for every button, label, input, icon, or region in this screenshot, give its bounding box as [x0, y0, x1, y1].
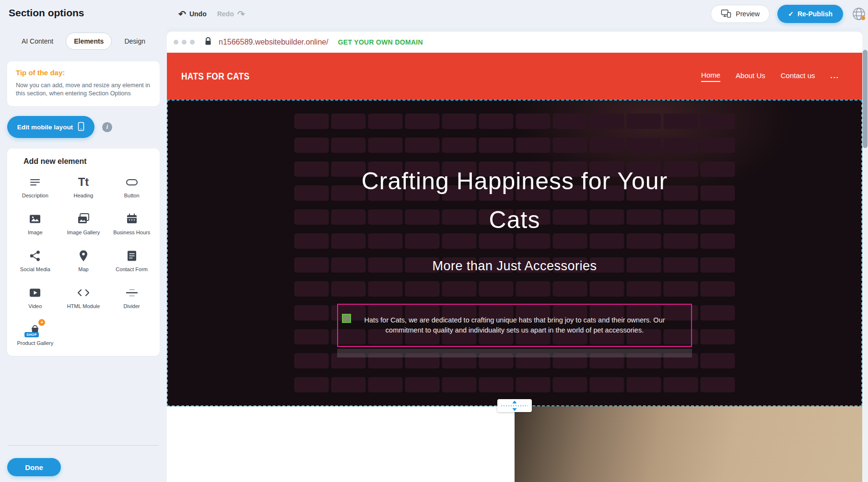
selected-text-element[interactable]: Hats for Cats, we are dedicated to craft… — [337, 304, 692, 347]
tab-design[interactable]: Design — [117, 33, 153, 49]
get-your-own-domain-link[interactable]: GET YOUR OWN DOMAIN — [338, 38, 423, 46]
hero-subheading[interactable]: More than Just Accessories — [168, 259, 861, 274]
element-item-social-media[interactable]: Social Media — [11, 248, 59, 273]
topbar-actions: Preview ✓ Re-Publish — [711, 0, 868, 28]
element-item-description[interactable]: Description — [11, 174, 59, 199]
lock-icon — [204, 37, 212, 47]
tab-ai-content[interactable]: AI Content — [14, 33, 61, 49]
language-globe-button[interactable] — [851, 6, 867, 22]
site-logo: HATS FOR CATS — [181, 70, 249, 82]
heading-icon: Tt — [76, 174, 91, 190]
edit-mobile-label: Edit mobile layout — [17, 124, 73, 131]
undo-label: Undo — [189, 10, 207, 18]
republish-label: Re-Publish — [798, 10, 833, 18]
resize-arrows-icon — [500, 400, 529, 412]
nav-home[interactable]: Home — [701, 71, 720, 82]
topbar: Section options ↶ Undo Redo ↷ — [0, 0, 868, 28]
site-preview: n1566589.websitebuilder.online/ GET YOUR… — [167, 32, 862, 482]
history-controls: ↶ Undo Redo ↷ — [178, 0, 245, 28]
hero-section-selected[interactable]: Crafting Happiness for Your Cats More th… — [167, 100, 862, 406]
edit-mobile-row: Edit mobile layout i — [7, 116, 160, 138]
html-module-icon — [76, 285, 91, 300]
element-item-image[interactable]: Image — [11, 211, 59, 236]
next-section-image — [515, 406, 862, 482]
app: Section options ↶ Undo Redo ↷ — [0, 0, 868, 482]
product-gallery-icon: SHOP + — [27, 322, 43, 337]
sidebar-tabs: AI Content Elements Design — [7, 33, 160, 50]
hidden-element-placeholder — [337, 349, 692, 357]
next-section-white — [167, 406, 515, 482]
plus-badge: + — [38, 319, 45, 326]
sidebar: AI Content Elements Design Tip of the da… — [0, 28, 167, 482]
tip-title: Tip of the day: — [16, 69, 151, 77]
site-nav: Home About Us Contact us ... — [701, 71, 839, 82]
tab-elements[interactable]: Elements — [66, 33, 112, 50]
check-icon: ✓ — [788, 10, 794, 18]
element-item-button[interactable]: Button — [107, 174, 156, 199]
element-item-html-module[interactable]: HTML Module — [59, 285, 108, 310]
section-resize-handle[interactable] — [497, 399, 532, 412]
social-media-icon — [27, 248, 43, 264]
nav-about-us[interactable]: About Us — [736, 71, 765, 81]
element-item-video[interactable]: Video — [11, 285, 59, 310]
element-item-business-hours[interactable]: Business Hours — [107, 211, 156, 236]
nav-contact-us[interactable]: Contact us — [781, 71, 815, 81]
resize-handle[interactable] — [342, 314, 351, 323]
shop-badge: SHOP — [24, 332, 38, 337]
editor-canvas: n1566589.websitebuilder.online/ GET YOUR… — [167, 28, 868, 482]
site-header[interactable]: HATS FOR CATS Home About Us Contact us .… — [167, 53, 862, 100]
phone-icon — [78, 122, 84, 133]
scrollbar-thumb[interactable] — [863, 50, 868, 148]
undo-icon: ↶ — [178, 10, 186, 19]
browser-bar: n1566589.websitebuilder.online/ GET YOUR… — [167, 32, 862, 53]
add-element-title: Add new element — [23, 157, 156, 166]
video-icon — [27, 285, 43, 300]
element-item-product-gallery[interactable]: SHOP + Product Gallery — [11, 322, 59, 346]
site-url: n1566589.websitebuilder.online/ — [219, 38, 328, 46]
map-icon — [76, 248, 91, 264]
description-icon — [27, 174, 43, 190]
preview-button[interactable]: Preview — [711, 5, 770, 23]
element-item-contact-form[interactable]: Contact Form — [107, 248, 156, 273]
nav-more-menu[interactable]: ... — [830, 71, 839, 81]
divider-icon — [124, 285, 140, 300]
add-new-element-panel: Add new element Description Tt Heading — [7, 149, 160, 356]
element-item-divider[interactable]: Divider — [107, 285, 156, 310]
image-gallery-icon — [76, 211, 91, 227]
done-button[interactable]: Done — [7, 458, 61, 476]
image-icon — [27, 211, 43, 227]
button-icon — [124, 174, 140, 190]
canvas-scrollbar — [862, 28, 868, 482]
redo-button[interactable]: Redo ↷ — [217, 10, 245, 19]
redo-label: Redo — [217, 10, 234, 18]
redo-icon: ↷ — [237, 10, 245, 19]
sidebar-divider — [8, 445, 159, 446]
element-grid: Description Tt Heading Button — [11, 174, 156, 346]
hero-heading[interactable]: Crafting Happiness for Your Cats — [361, 162, 668, 240]
window-dots-icon — [174, 40, 195, 45]
sidebar-footer: Done — [0, 445, 167, 482]
devices-icon — [721, 9, 731, 19]
business-hours-icon — [124, 211, 140, 227]
element-item-heading[interactable]: Tt Heading — [59, 174, 108, 199]
element-item-map[interactable]: Map — [59, 248, 108, 273]
tip-body: Now you can add, move and resize any ele… — [16, 81, 151, 98]
preview-label: Preview — [736, 10, 760, 18]
edit-mobile-layout-button[interactable]: Edit mobile layout — [7, 116, 94, 138]
republish-button[interactable]: ✓ Re-Publish — [777, 5, 843, 23]
undo-button[interactable]: ↶ Undo — [178, 10, 207, 19]
globe-icon — [851, 6, 867, 22]
page-title: Section options — [9, 7, 84, 19]
info-icon[interactable]: i — [102, 122, 112, 132]
contact-form-icon — [124, 248, 140, 264]
hero-paragraph: Hats for Cats, we are dedicated to craft… — [348, 315, 681, 335]
next-section-preview — [167, 406, 862, 482]
tip-of-the-day-card: Tip of the day: Now you can add, move an… — [7, 61, 160, 106]
element-item-image-gallery[interactable]: Image Gallery — [59, 211, 108, 236]
